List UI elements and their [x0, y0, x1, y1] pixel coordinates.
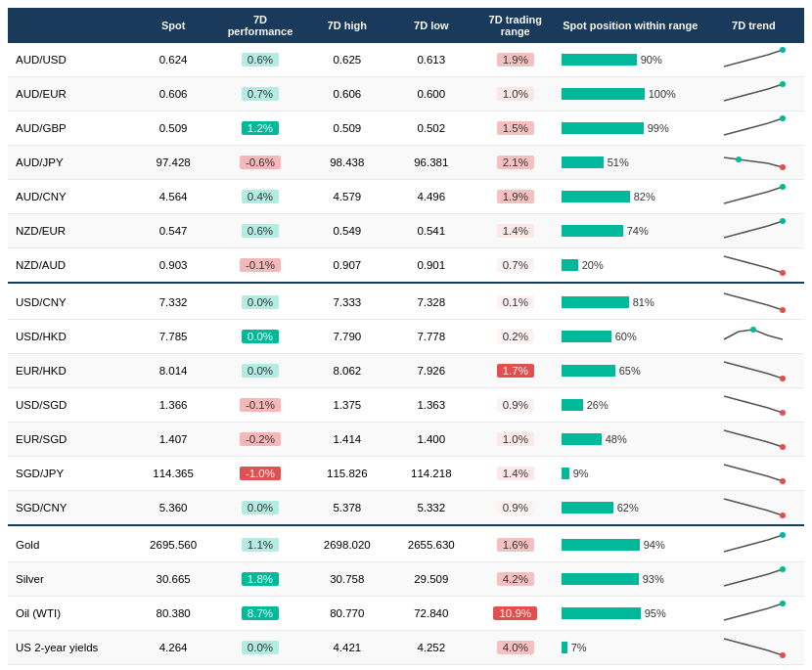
high-value: 0.606 — [305, 77, 389, 112]
low-value: 2655.630 — [389, 525, 474, 562]
pair-name: AUD/JPY — [8, 146, 131, 180]
svg-point-5 — [780, 184, 786, 190]
pair-name: EUR/HKD — [8, 354, 131, 388]
col-range-header: 7D trading range — [474, 8, 558, 43]
trend-chart — [703, 491, 804, 526]
svg-point-1 — [780, 81, 786, 87]
low-value: 0.901 — [389, 248, 474, 284]
range-value: 1.7% — [474, 354, 558, 388]
high-value: 2698.020 — [305, 525, 389, 562]
perf-value: 0.0% — [215, 320, 305, 354]
trend-chart — [703, 112, 804, 146]
spot-position: 81% — [558, 283, 703, 320]
low-value: 0.613 — [389, 43, 474, 77]
trend-chart — [703, 214, 804, 248]
svg-point-7 — [780, 270, 786, 276]
spot-value: 97.428 — [131, 146, 215, 180]
svg-point-2 — [780, 115, 786, 121]
perf-value: 0.6% — [215, 43, 305, 77]
perf-value: 1.8% — [215, 562, 305, 597]
pair-name: SGD/CNY — [8, 491, 131, 526]
spot-position: 100% — [558, 77, 703, 112]
high-value: 0.509 — [305, 112, 389, 146]
spot-position: 65% — [558, 354, 703, 388]
low-value: 0.600 — [389, 77, 474, 112]
perf-value: -1.2% — [215, 665, 305, 671]
range-value: 0.2% — [474, 320, 558, 354]
spot-position: 74% — [558, 214, 703, 248]
pair-name: USD/SGD — [8, 388, 131, 423]
low-value: 72.840 — [389, 597, 474, 631]
high-value: 80.770 — [305, 597, 389, 631]
perf-value: 0.0% — [215, 283, 305, 320]
col-pair-header — [8, 8, 131, 43]
spot-value: 7.332 — [131, 283, 215, 320]
low-value: 4.496 — [389, 180, 474, 214]
spot-position: 93% — [558, 562, 703, 597]
trend-chart — [703, 320, 804, 354]
pair-name: AUD/EUR — [8, 77, 131, 112]
col-trend-header: 7D trend — [703, 8, 804, 43]
spot-position: 48% — [558, 423, 703, 457]
spot-value: 80.380 — [131, 597, 215, 631]
perf-value: -0.2% — [215, 423, 305, 457]
range-value: 1.9% — [474, 43, 558, 77]
pair-name: Gold — [8, 525, 131, 562]
high-value: 0.625 — [305, 43, 389, 77]
range-value: 1.0% — [474, 423, 558, 457]
pair-name: USD/CNY — [8, 283, 131, 320]
range-value: 1.6% — [474, 525, 558, 562]
svg-point-10 — [780, 376, 786, 381]
range-value: 4.2% — [474, 562, 558, 597]
low-value: 96.381 — [389, 146, 474, 180]
spot-value: 8.014 — [131, 354, 215, 388]
low-value: 4.252 — [389, 631, 474, 665]
low-value: 1.400 — [389, 423, 474, 457]
svg-point-16 — [780, 566, 786, 572]
high-value: 1.375 — [305, 388, 389, 423]
spot-value: 2695.560 — [131, 525, 215, 562]
spot-position: 62% — [558, 491, 703, 526]
high-value: 5.378 — [305, 491, 389, 526]
spot-position: 20% — [558, 248, 703, 284]
range-value: 1.5% — [474, 112, 558, 146]
svg-point-15 — [780, 532, 786, 538]
trend-chart — [703, 388, 804, 423]
perf-value: 1.1% — [215, 525, 305, 562]
col-high-header: 7D high — [305, 8, 389, 43]
spot-value: 4.564 — [131, 180, 215, 214]
low-value: 114.218 — [389, 457, 474, 491]
range-value: 10.9% — [474, 597, 558, 631]
high-value: 0.907 — [305, 248, 389, 284]
range-value: 0.9% — [474, 388, 558, 423]
perf-value: 0.0% — [215, 354, 305, 388]
spot-position: 94% — [558, 525, 703, 562]
spot-value: 30.665 — [131, 562, 215, 597]
low-value: 1.363 — [389, 388, 474, 423]
spot-position: 82% — [558, 180, 703, 214]
trend-chart — [703, 180, 804, 214]
spot-value: 0.903 — [131, 248, 215, 284]
trend-chart — [703, 248, 804, 284]
perf-value: 0.4% — [215, 180, 305, 214]
perf-value: 0.6% — [215, 214, 305, 248]
perf-value: -0.1% — [215, 388, 305, 423]
range-value: 4.9% — [474, 665, 558, 671]
svg-point-3 — [736, 156, 742, 162]
range-value: 1.9% — [474, 180, 558, 214]
high-value: 8.062 — [305, 354, 389, 388]
svg-point-9 — [750, 327, 756, 333]
trend-chart — [703, 665, 804, 671]
spot-value: 7.785 — [131, 320, 215, 354]
spot-position: 23% — [558, 665, 703, 671]
col-low-header: 7D low — [389, 8, 474, 43]
high-value: 4.633 — [305, 665, 389, 671]
pair-name: AUD/GBP — [8, 112, 131, 146]
perf-value: -1.0% — [215, 457, 305, 491]
high-value: 4.579 — [305, 180, 389, 214]
range-value: 0.9% — [474, 491, 558, 526]
pair-name: EUR/SGD — [8, 423, 131, 457]
pair-name: AUD/CNY — [8, 180, 131, 214]
trend-chart — [703, 283, 804, 320]
pair-name: NZD/EUR — [8, 214, 131, 248]
